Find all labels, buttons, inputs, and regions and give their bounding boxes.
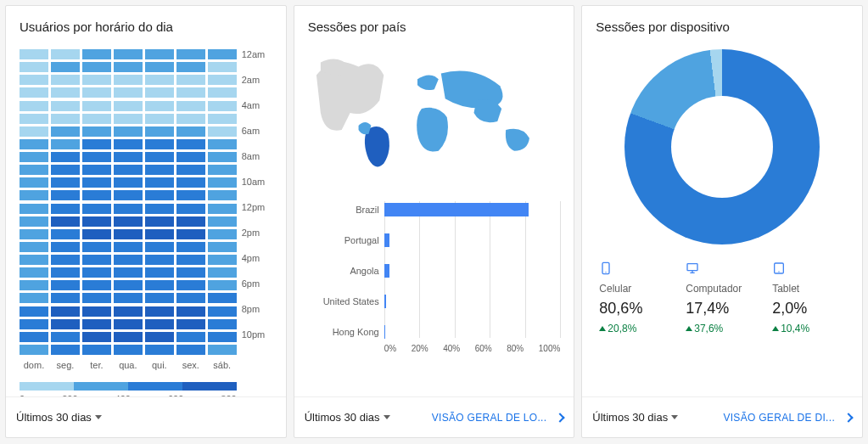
arrow-up-icon [772,326,779,331]
heatmap-cell [51,293,80,303]
heatmap-cell [145,255,174,265]
heatmap-cell [20,62,48,72]
heatmap-cell [208,242,237,252]
heatmap-cell [114,319,143,329]
heatmap-cell [51,332,80,342]
heatmap-cell [145,204,174,214]
heatmap-cell [82,49,111,59]
heatmap-cell [114,229,143,239]
dashboard-row: Usuários por horário do dia 12am2am4am6a… [5,5,863,438]
date-range-selector[interactable]: Últimos 30 dias [592,411,678,424]
heatmap-cell [82,293,111,303]
heatmap-cell [145,216,174,227]
heatmap-cell [82,62,111,72]
heatmap-cell [51,306,80,317]
heatmap-cell [114,62,143,72]
heatmap-cell [114,267,143,278]
report-link[interactable]: VISÃO GERAL DE DI... [723,412,835,424]
chevron-right-icon[interactable] [556,413,565,422]
heatmap-cell [145,242,174,252]
heatmap-cell [145,49,174,59]
heatmap-cell [208,306,237,317]
card-title: Sessões por dispositivo [596,20,848,34]
device-name: Tablet [772,283,845,295]
heatmap-cell [176,165,205,175]
heatmap-cell [208,114,237,124]
heatmap-cell [208,204,237,214]
svg-point-4 [778,271,779,272]
heatmap-cell [20,280,48,290]
heatmap-cell [20,139,48,149]
heatmap-cell [145,229,174,239]
bar-row: Brazil [384,201,561,218]
device-delta: 37,6% [686,323,723,334]
heatmap-cell [114,49,143,59]
device-value: 80,6% [599,300,672,318]
heatmap-cell [208,62,237,72]
heatmap-cell [176,242,205,252]
card-body: Sessões por dispositivo Celular 80,6% 20… [582,6,862,396]
bar-label: United States [308,296,379,306]
heatmap-cell [176,306,205,317]
heatmap-cell [51,139,80,149]
svg-point-1 [606,272,607,273]
heatmap-cell [114,216,143,227]
heatmap-cell [20,255,48,265]
heatmap-cell [145,101,174,111]
heatmap-cell [114,255,143,265]
caret-down-icon [671,415,678,419]
date-range-label: Últimos 30 dias [592,411,668,424]
heatmap-cell [20,306,48,317]
heatmap-cell [20,267,48,278]
heatmap-cell [20,177,48,188]
chevron-right-icon[interactable] [843,413,853,422]
heatmap-cell [208,332,237,342]
heatmap-cell [176,216,205,227]
date-range-selector[interactable]: Últimos 30 dias [16,411,102,424]
card-footer: Últimos 30 dias VISÃO GERAL DE DI... [582,396,862,437]
heatmap-cell [20,190,48,200]
device-delta: 10,4% [772,323,809,334]
heatmap-cell [51,62,80,72]
bar-row: Angola [384,262,561,279]
heatmap-cell [208,126,237,137]
arrow-up-icon [599,326,606,331]
heatmap-cell [51,319,80,329]
heatmap-cell [145,280,174,290]
heatmap-hour-axis: 12am2am4am6am8am10am12pm2pm4pm6pm8pm10pm [242,49,272,355]
heatmap-cell [114,177,143,188]
heatmap-cell [20,293,48,303]
heatmap-cell [51,165,80,175]
heatmap-cell [145,190,174,200]
bar-fill [384,264,389,278]
card-footer: Últimos 30 dias [6,396,286,437]
heatmap-cell [20,87,48,98]
heatmap-cell [114,332,143,342]
heatmap-cell [114,126,143,137]
date-range-label: Últimos 30 dias [305,411,380,424]
heatmap-day-label: seg. [51,360,80,370]
heatmap-cell [208,165,237,175]
heatmap-cell [82,190,111,200]
heatmap-cell [176,345,205,355]
bar-label: Angola [308,266,379,276]
arrow-up-icon [686,326,692,331]
date-range-selector[interactable]: Últimos 30 dias [305,411,390,424]
card-title: Usuários por horário do dia [20,20,272,34]
heatmap-cell [82,177,111,188]
heatmap-cell [82,319,111,329]
heatmap-cell [20,345,48,355]
bar-label: Brazil [308,205,379,215]
heatmap-cell [176,75,205,85]
report-link[interactable]: VISÃO GERAL DE LO... [432,412,547,424]
heatmap-cell [82,101,111,111]
heatmap-cell [208,293,237,303]
heatmap-cell [114,345,143,355]
heatmap-cell [82,152,111,162]
region-western-europe [417,75,439,90]
bar-row: Hong Kong [384,323,561,340]
heatmap-cell [114,242,143,252]
heatmap-cell [51,190,80,200]
heatmap-cell [208,139,237,149]
country-bar-chart: BrazilPortugalAngolaUnited StatesHong Ko… [308,201,561,353]
